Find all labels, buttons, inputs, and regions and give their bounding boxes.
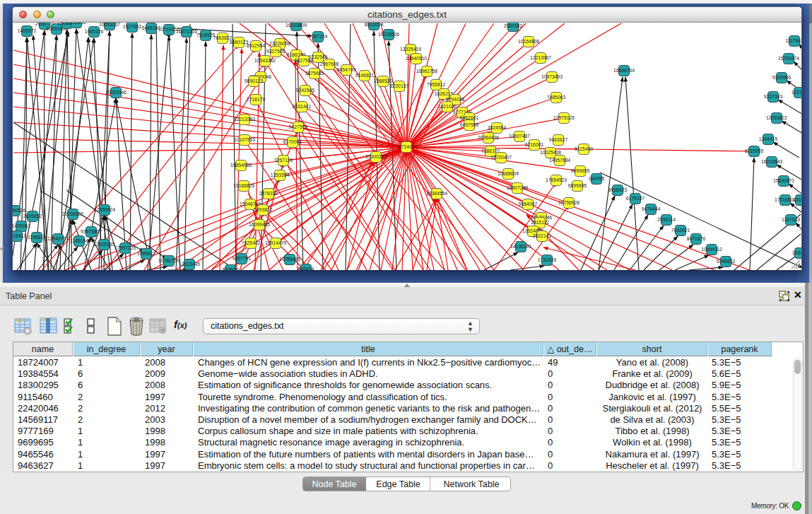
svg-text:16210643: 16210643 bbox=[761, 159, 782, 164]
svg-text:9427552: 9427552 bbox=[289, 124, 308, 129]
svg-text:2935114: 2935114 bbox=[657, 217, 676, 222]
svg-text:7357224: 7357224 bbox=[309, 34, 328, 39]
svg-text:16914479: 16914479 bbox=[265, 240, 286, 245]
svg-text:1156819: 1156819 bbox=[28, 235, 46, 240]
svg-text:3267110: 3267110 bbox=[274, 158, 293, 163]
svg-text:19384554: 19384554 bbox=[426, 191, 447, 196]
svg-text:1353594: 1353594 bbox=[271, 173, 290, 177]
svg-text:2967608: 2967608 bbox=[320, 62, 339, 66]
svg-text:2626652: 2626652 bbox=[23, 214, 42, 218]
svg-text:1435061: 1435061 bbox=[13, 223, 30, 228]
svg-text:8454749: 8454749 bbox=[337, 67, 356, 72]
svg-text:7955812: 7955812 bbox=[427, 82, 446, 87]
svg-text:1095817: 1095817 bbox=[137, 251, 156, 256]
svg-text:10654112: 10654112 bbox=[701, 247, 722, 252]
svg-text:2718170: 2718170 bbox=[247, 97, 266, 102]
svg-text:15692971: 15692971 bbox=[773, 178, 794, 183]
svg-text:10653267: 10653267 bbox=[99, 23, 120, 27]
svg-text:10543362: 10543362 bbox=[254, 58, 276, 63]
svg-text:9327505: 9327505 bbox=[266, 49, 286, 54]
svg-text:14136141: 14136141 bbox=[510, 244, 531, 249]
svg-text:9227343: 9227343 bbox=[764, 94, 783, 99]
svg-text:16099485: 16099485 bbox=[249, 222, 270, 227]
svg-text:1167533: 1167533 bbox=[782, 217, 800, 222]
svg-text:19166825: 19166825 bbox=[233, 183, 254, 188]
svg-text:103442: 103442 bbox=[792, 250, 801, 255]
svg-text:8471676: 8471676 bbox=[687, 236, 706, 241]
svg-text:6899695: 6899695 bbox=[568, 183, 587, 188]
svg-text:8170061: 8170061 bbox=[283, 139, 302, 144]
svg-text:9327508: 9327508 bbox=[295, 58, 314, 63]
svg-text:12923445: 12923445 bbox=[179, 262, 200, 267]
svg-text:9242845: 9242845 bbox=[296, 88, 315, 93]
svg-text:12213967: 12213967 bbox=[530, 55, 551, 60]
svg-text:15300293: 15300293 bbox=[365, 154, 387, 159]
svg-text:16782759: 16782759 bbox=[158, 258, 180, 263]
svg-text:3493822: 3493822 bbox=[254, 207, 273, 212]
svg-text:1527602: 1527602 bbox=[123, 24, 142, 29]
svg-text:20206526: 20206526 bbox=[62, 211, 83, 216]
svg-text:9245652: 9245652 bbox=[717, 259, 736, 264]
svg-text:845474: 845474 bbox=[298, 267, 314, 270]
svg-text:16033809: 16033809 bbox=[286, 23, 307, 28]
svg-text:9857791: 9857791 bbox=[233, 256, 252, 261]
svg-text:2091406: 2091406 bbox=[67, 23, 86, 25]
svg-text:23226058: 23226058 bbox=[269, 41, 290, 46]
svg-text:12093822: 12093822 bbox=[766, 115, 787, 120]
svg-text:6216001: 6216001 bbox=[525, 142, 544, 147]
svg-text:8938923: 8938923 bbox=[608, 187, 628, 192]
svg-text:1621022: 1621022 bbox=[438, 104, 457, 109]
svg-text:93975867: 93975867 bbox=[81, 229, 102, 234]
svg-text:18724007: 18724007 bbox=[396, 144, 417, 149]
svg-text:1244415: 1244415 bbox=[759, 136, 778, 141]
svg-text:8031441: 8031441 bbox=[293, 104, 312, 109]
svg-text:10688609: 10688609 bbox=[498, 171, 519, 176]
svg-text:2522141: 2522141 bbox=[533, 233, 552, 238]
svg-text:26266526: 26266526 bbox=[13, 208, 25, 213]
svg-text:9684067: 9684067 bbox=[519, 201, 538, 206]
svg-text:20053346: 20053346 bbox=[105, 90, 126, 95]
svg-text:8660123: 8660123 bbox=[230, 40, 249, 45]
svg-text:19218506: 19218506 bbox=[378, 32, 399, 37]
svg-text:6497569: 6497569 bbox=[460, 122, 479, 127]
svg-text:8813054: 8813054 bbox=[365, 23, 384, 27]
svg-text:19654985: 19654985 bbox=[230, 163, 252, 168]
svg-text:8912954: 8912954 bbox=[247, 43, 266, 48]
svg-text:15751074: 15751074 bbox=[778, 56, 799, 61]
svg-text:14957684: 14957684 bbox=[549, 158, 570, 163]
svg-text:17359924: 17359924 bbox=[94, 207, 115, 212]
svg-text:3915411: 3915411 bbox=[13, 233, 26, 238]
svg-text:7625402: 7625402 bbox=[242, 240, 261, 245]
svg-text:9474444: 9474444 bbox=[642, 206, 661, 211]
svg-text:7485063: 7485063 bbox=[547, 95, 566, 100]
svg-text:17957225: 17957225 bbox=[114, 245, 136, 250]
svg-text:12505135: 12505135 bbox=[93, 242, 114, 247]
svg-text:9115460: 9115460 bbox=[575, 146, 593, 151]
svg-text:164095: 164095 bbox=[589, 176, 605, 181]
svg-text:13786485: 13786485 bbox=[279, 257, 300, 262]
svg-text:1733426: 1733426 bbox=[538, 257, 557, 262]
svg-text:9329966: 9329966 bbox=[772, 75, 792, 80]
svg-text:1405572: 1405572 bbox=[18, 28, 37, 33]
svg-text:1145194: 1145194 bbox=[70, 238, 88, 243]
svg-text:1065326: 1065326 bbox=[85, 29, 104, 34]
svg-text:1588520: 1588520 bbox=[374, 78, 393, 83]
svg-text:1815112: 1815112 bbox=[531, 220, 549, 225]
svg-text:3875685: 3875685 bbox=[305, 71, 324, 76]
svg-text:9699695: 9699695 bbox=[571, 168, 590, 173]
svg-text:13325419: 13325419 bbox=[400, 47, 421, 52]
svg-text:924502: 924502 bbox=[223, 267, 239, 270]
svg-text:120103: 120103 bbox=[793, 197, 801, 202]
svg-text:3578312: 3578312 bbox=[259, 191, 278, 196]
svg-text:7515525: 7515525 bbox=[196, 33, 216, 37]
svg-text:9146821: 9146821 bbox=[355, 73, 375, 78]
svg-text:12942757: 12942757 bbox=[47, 236, 69, 241]
svg-text:10973493: 10973493 bbox=[541, 74, 563, 79]
svg-text:17654923: 17654923 bbox=[546, 177, 567, 182]
svg-text:2087682: 2087682 bbox=[504, 23, 523, 28]
svg-text:12975125: 12975125 bbox=[553, 115, 575, 120]
svg-text:10607487: 10607487 bbox=[509, 134, 530, 139]
svg-text:18640910: 18640910 bbox=[406, 56, 427, 61]
svg-text:122103: 122103 bbox=[792, 90, 801, 95]
svg-text:18807249: 18807249 bbox=[507, 185, 528, 190]
